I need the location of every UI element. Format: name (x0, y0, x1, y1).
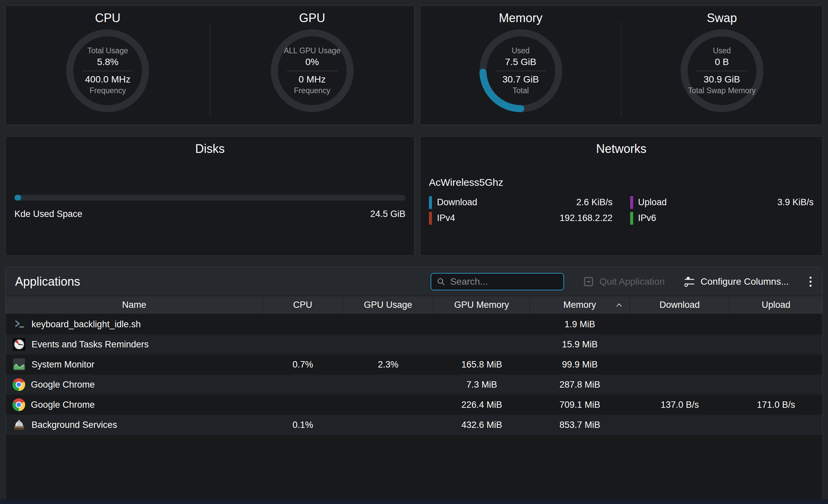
gpu-usage-cell (343, 415, 433, 435)
download-cell (630, 354, 730, 375)
quit-application-button[interactable]: Quit Application (583, 276, 665, 287)
terminal-icon (12, 318, 26, 331)
gpu-center-label: ALL GPU Usage (284, 46, 340, 56)
applications-title: Applications (15, 275, 80, 289)
cpu-cell: 0.1% (263, 415, 343, 435)
swap-gauge: Used 0 B 30.9 GiB Total Swap Memory (680, 29, 764, 113)
column-header-cpu[interactable]: CPU (263, 296, 343, 314)
gpu-panel: GPU ALL GPU Usage 0% 0 MHz Frequency (210, 6, 414, 125)
memory-swap-card: Memory Used 7.5 GiB 30.7 GiB Total (420, 5, 823, 125)
table-row[interactable]: Background Services 0.1% 432.6 MiB 853.7… (6, 415, 822, 435)
gpu-memory-cell: 432.6 MiB (433, 415, 530, 435)
gpu-usage-cell (343, 314, 433, 334)
gpu-memory-cell: 226.4 MiB (433, 395, 530, 415)
cpu-frequency-label: Frequency (89, 85, 126, 96)
gpu-memory-cell: 165.8 MiB (433, 354, 530, 375)
upload-color-swatch (630, 196, 633, 209)
column-header-download[interactable]: Download (630, 296, 730, 314)
swap-total-label: Total Swap Memory (688, 85, 756, 96)
chrome-icon (12, 398, 25, 411)
swap-total-value: 30.9 GiB (704, 74, 740, 85)
column-header-upload[interactable]: Upload (730, 296, 822, 314)
table-row[interactable]: Events and Tasks Reminders 15.9 MiB (6, 334, 822, 354)
chrome-icon (12, 378, 25, 391)
gpu-frequency-label: Frequency (294, 85, 330, 96)
upload-cell (730, 334, 822, 354)
cpu-panel: CPU Total Usage 5.8% 400.0 MHz Frequency (6, 6, 210, 125)
download-color-swatch (429, 196, 432, 209)
sort-ascending-icon (615, 301, 623, 309)
disk-usage-bar (14, 195, 406, 201)
gpu-usage-cell (343, 334, 433, 354)
ipv6-color-swatch (630, 212, 633, 225)
configure-columns-icon (684, 276, 696, 288)
gpu-usage-cell: 2.3% (343, 354, 433, 375)
legend-item-upload: Upload 3.9 KiB/s (630, 195, 814, 210)
applications-toolbar: Applications Quit Application (6, 267, 822, 296)
table-row[interactable]: keyboard_backlight_idle.sh 1.9 MiB (6, 314, 822, 334)
app-name: System Monitor (32, 360, 94, 370)
overflow-menu-icon (810, 277, 812, 279)
upload-cell (730, 415, 822, 435)
download-cell (630, 375, 730, 395)
gauge-divider (82, 71, 133, 71)
disk-label: Kde Used Space (14, 209, 83, 219)
legend-item-ipv4: IPv4 192.168.2.22 (429, 211, 613, 226)
search-input[interactable] (449, 276, 558, 287)
quit-application-label: Quit Application (599, 276, 665, 287)
table-row[interactable]: Google Chrome 226.4 MiB 709.1 MiB 137.0 … (6, 395, 822, 415)
upload-cell (730, 354, 822, 375)
ipv4-color-swatch (429, 212, 432, 225)
gauge-divider (697, 71, 747, 71)
cpu-cell: 0.7% (263, 354, 343, 375)
applications-card: Applications Quit Application (5, 267, 823, 504)
swap-panel: Swap Used 0 B 30.9 GiB Total Swap Memory (621, 6, 822, 125)
cpu-cell (263, 375, 343, 395)
network-legend: Download 2.6 KiB/s Upload 3.9 KiB/s IPv4… (429, 195, 814, 226)
configure-columns-button[interactable]: Configure Columns... (684, 276, 789, 288)
system-monitor-icon (12, 358, 26, 371)
table-row[interactable]: System Monitor 0.7% 2.3% 165.8 MiB 99.9 … (6, 354, 822, 375)
memory-cell: 709.1 MiB (530, 395, 630, 415)
app-name: keyboard_backlight_idle.sh (32, 319, 141, 330)
memory-cell: 853.7 MiB (530, 415, 630, 435)
table-row[interactable]: Google Chrome 7.3 MiB 287.8 MiB (6, 375, 822, 395)
upload-cell (730, 375, 822, 395)
disk-usage-fill (14, 195, 21, 201)
search-box[interactable] (430, 273, 564, 290)
memory-panel: Memory Used 7.5 GiB 30.7 GiB Total (420, 6, 621, 125)
cpu-panel-title: CPU (95, 11, 120, 25)
cpu-gpu-card: CPU Total Usage 5.8% 400.0 MHz Frequency (5, 5, 414, 125)
gpu-gauge: ALL GPU Usage 0% 0 MHz Frequency (270, 29, 355, 113)
column-header-gpu-memory[interactable]: GPU Memory (433, 296, 530, 314)
gpu-memory-cell: 7.3 MiB (433, 375, 530, 395)
network-interface-name: AcWireless5Ghz (429, 177, 814, 188)
bottom-edge-strip (0, 499, 828, 504)
legend-item-download: Download 2.6 KiB/s (429, 195, 613, 210)
memory-center-label: Used (512, 46, 530, 56)
disks-title: Disks (14, 142, 406, 156)
download-value: 2.6 KiB/s (576, 197, 612, 208)
column-header-name[interactable]: Name (6, 296, 263, 314)
download-cell: 137.0 B/s (630, 395, 730, 415)
ipv4-label: IPv4 (437, 213, 455, 223)
column-header-gpu-usage[interactable]: GPU Usage (343, 296, 433, 314)
cpu-cell (263, 334, 343, 354)
memory-cell: 99.9 MiB (530, 354, 630, 375)
networks-title: Networks (429, 142, 814, 156)
app-name: Events and Tasks Reminders (32, 339, 149, 350)
legend-item-ipv6: IPv6 (630, 211, 814, 226)
gauges-row: CPU Total Usage 5.8% 400.0 MHz Frequency (5, 5, 823, 125)
cpu-usage-value: 5.8% (97, 56, 118, 68)
memory-cell: 1.9 MiB (530, 314, 630, 334)
bell-icon (12, 418, 26, 431)
memory-total-label: Total (512, 85, 529, 96)
upload-value: 3.9 KiB/s (777, 197, 814, 208)
memory-gauge: Used 7.5 GiB 30.7 GiB Total (479, 29, 563, 113)
overflow-menu-button[interactable] (808, 275, 813, 288)
table-empty-area (6, 435, 822, 504)
upload-label: Upload (638, 197, 667, 208)
ipv6-label: IPv6 (638, 213, 656, 223)
gauge-divider (495, 71, 546, 71)
column-header-memory[interactable]: Memory (530, 296, 630, 314)
